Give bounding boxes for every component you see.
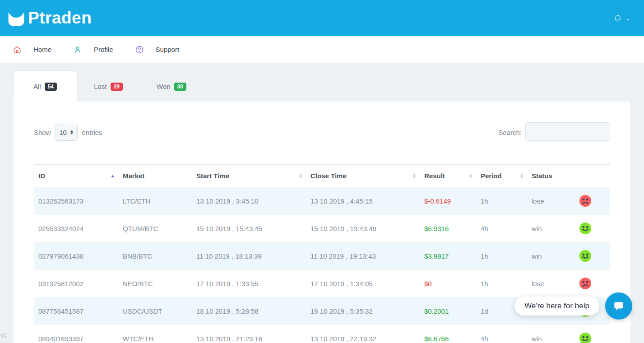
cell-start-time: 13 10 2019 , 21:29:16 — [192, 325, 306, 343]
nav-home-label: Home — [33, 46, 51, 53]
chat-bubble-icon — [613, 300, 625, 312]
cell-close-time: 13 10 2019 , 4:45:15 — [306, 187, 420, 215]
brand-cup-icon — [6, 8, 26, 28]
help-circle-icon — [135, 45, 144, 54]
cell-period: 4h — [476, 215, 527, 242]
tab-lost-count-badge: 29 — [111, 83, 123, 91]
cell-close-time: 13 10 2019 , 22:19:32 — [306, 325, 420, 343]
user-icon — [73, 45, 82, 54]
cell-close-time: 15 10 2019 , 19:43:49 — [306, 215, 420, 242]
cell-status: win — [527, 325, 610, 343]
cell-start-time: 13 10 2019 , 3:45:10 — [192, 187, 306, 215]
cell-result: $-0.6149 — [420, 187, 476, 215]
status-text: win — [532, 335, 542, 343]
sort-both-icon: ▲▼ — [299, 173, 302, 179]
column-header-close-time[interactable]: Close Time ▲▼ — [306, 165, 420, 187]
column-header-result[interactable]: Result ▲▼ — [420, 165, 476, 187]
column-header-period[interactable]: Period ▲▼ — [476, 165, 527, 187]
column-header-start-time[interactable]: Start Time ▲▼ — [192, 165, 306, 187]
entries-select[interactable]: 10 ▲▼ — [56, 124, 78, 141]
cell-id: 027979061438 — [34, 242, 118, 270]
trades-table-wrap: ID ▲ Market Start Time ▲▼ Close Time ▲▼ — [34, 164, 610, 343]
tab-won[interactable]: Won 30 — [140, 71, 203, 102]
cell-start-time: 18 10 2019 , 5:28:58 — [192, 297, 306, 325]
table-row[interactable]: 089401693397 WTC/ETH 13 10 2019 , 21:29:… — [34, 325, 610, 343]
cell-market: BNB/BTC — [118, 242, 192, 270]
status-text: win — [532, 252, 542, 260]
main-navbar: Home Profile Support — [0, 36, 644, 63]
status-text: win — [532, 225, 542, 232]
sort-both-icon: ▲▼ — [520, 173, 524, 179]
cell-start-time: 17 10 2019 , 1:33:55 — [192, 270, 306, 297]
nav-profile-label: Profile — [94, 46, 113, 53]
column-header-status[interactable]: Status — [527, 165, 610, 187]
select-arrows-icon: ▲▼ — [70, 130, 74, 134]
cell-result: $0.2001 — [420, 297, 476, 325]
nav-item-home[interactable]: Home — [13, 45, 51, 54]
cell-id: 013262563173 — [34, 187, 118, 215]
cell-status: win — [527, 242, 610, 270]
table-row[interactable]: 031925812002 NEO/BTC 17 10 2019 , 1:33:5… — [34, 270, 610, 297]
nav-item-support[interactable]: Support — [135, 45, 180, 54]
brand-name: Ptraden — [28, 9, 92, 28]
happy-face-icon — [579, 222, 592, 235]
search-label: Search: — [498, 129, 522, 141]
top-header-bar: Ptraden ⌄ — [0, 0, 644, 36]
show-label: Show — [34, 129, 51, 136]
table-row[interactable]: 025533324024 QTUM/BTC 15 10 2019 , 15:43… — [34, 215, 610, 242]
cell-close-time: 18 10 2019 , 5:35:32 — [306, 297, 420, 325]
nav-item-profile[interactable]: Profile — [73, 45, 113, 54]
sort-asc-icon: ▲ — [110, 174, 116, 178]
table-body: 013262563173 LTC/ETH 13 10 2019 , 3:45:1… — [34, 187, 610, 343]
column-header-id[interactable]: ID ▲ — [34, 165, 118, 187]
home-icon — [13, 45, 22, 54]
table-controls: Show 10 ▲▼ entries Search: — [34, 118, 610, 141]
cell-market: LTC/ETH — [118, 187, 192, 215]
cell-period: 1h — [476, 242, 527, 270]
tab-all-count-badge: 54 — [45, 83, 57, 91]
cell-market: USDC/USDT — [118, 297, 192, 325]
cell-id: 089401693397 — [34, 325, 118, 343]
cell-close-time: 11 10 2019 , 19:13:43 — [306, 242, 420, 270]
cell-id: 025533324024 — [34, 215, 118, 242]
bell-icon — [613, 14, 622, 23]
chat-help-tooltip: We're here for help — [514, 297, 599, 315]
status-text: lose — [532, 280, 544, 287]
cell-period: 1h — [476, 187, 527, 215]
table-row[interactable]: 027979061438 BNB/BTC 11 10 2019 , 18:13:… — [34, 242, 610, 270]
cell-market: QTUM/BTC — [118, 215, 192, 242]
cell-start-time: 15 10 2019 , 15:43:45 — [192, 215, 306, 242]
cell-result: $0 — [420, 270, 476, 297]
sad-face-icon — [579, 194, 592, 208]
sort-both-icon: ▲▼ — [412, 173, 416, 179]
entries-select-value: 10 — [59, 129, 67, 136]
entries-label: entries — [82, 129, 102, 136]
search-control: Search: — [498, 122, 610, 141]
tab-all[interactable]: All 54 — [14, 71, 77, 102]
page-length-control: Show 10 ▲▼ entries — [34, 118, 102, 141]
cell-id: 087756451587 — [34, 297, 118, 325]
cell-result: $6.9316 — [420, 215, 476, 242]
cell-id: 031925812002 — [34, 270, 118, 297]
column-header-market[interactable]: Market — [118, 165, 192, 187]
table-header-row: ID ▲ Market Start Time ▲▼ Close Time ▲▼ — [34, 165, 610, 187]
cell-status: lose — [527, 270, 610, 297]
chat-launcher-button[interactable] — [605, 292, 632, 320]
tab-won-count-badge: 30 — [174, 83, 186, 91]
happy-face-icon — [579, 332, 592, 343]
brand-logo[interactable]: Ptraden — [6, 8, 92, 28]
cell-start-time: 11 10 2019 , 18:13:39 — [192, 242, 306, 270]
table-row[interactable]: 013262563173 LTC/ETH 13 10 2019 , 3:45:1… — [34, 187, 610, 215]
sort-both-icon: ▲▼ — [469, 173, 473, 179]
cell-market: NEO/BTC — [118, 270, 192, 297]
result-tabs: All 54 Lost 29 Won 30 — [14, 71, 644, 102]
tab-won-label: Won — [157, 83, 171, 90]
happy-face-icon — [579, 249, 592, 263]
tab-all-label: All — [33, 83, 41, 90]
cell-status: lose — [527, 187, 610, 215]
notification-menu[interactable]: ⌄ — [613, 14, 630, 23]
tab-lost-label: Lost — [94, 83, 107, 90]
cell-close-time: 17 10 2019 , 1:34:05 — [306, 270, 420, 297]
search-input[interactable] — [525, 122, 610, 141]
tab-lost[interactable]: Lost 29 — [77, 71, 140, 102]
